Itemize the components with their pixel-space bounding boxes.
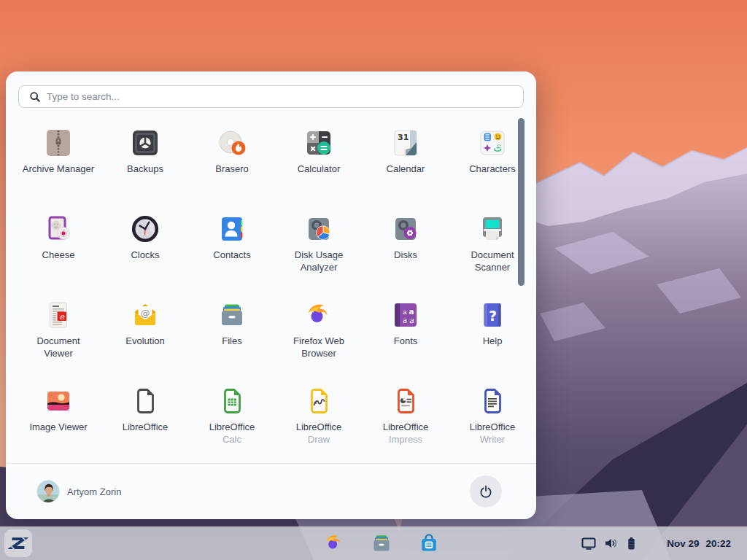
app-item-characters[interactable]: Characters	[456, 128, 516, 214]
power-icon	[479, 484, 493, 499]
app-item-fonts[interactable]: Fonts	[369, 300, 442, 386]
scrollbar-thumb[interactable]	[518, 118, 525, 286]
taskbar: Nov 29 20:22	[0, 526, 747, 560]
taskbar-app-software[interactable]	[418, 532, 440, 554]
app-label: Document Viewer	[22, 335, 95, 359]
app-launcher-panel: Archive ManagerBackupsBraseroCalculatorC…	[6, 71, 536, 519]
volume-icon	[604, 537, 619, 549]
help-icon	[478, 300, 507, 330]
app-label: Evolution	[125, 335, 164, 347]
app-item-brasero[interactable]: Brasero	[196, 128, 268, 214]
backups-icon	[131, 128, 160, 158]
app-label: Fonts	[394, 335, 418, 347]
clocks-icon	[131, 214, 160, 244]
app-item-libreoffice-writer[interactable]: LibreOfficeWriter	[456, 386, 516, 463]
app-label: Clocks	[131, 249, 159, 261]
disk-usage-analyzer-icon	[304, 214, 333, 244]
calendar-icon	[391, 128, 420, 158]
app-item-cheese[interactable]: Cheese	[22, 214, 95, 300]
app-sublabel: Draw	[296, 433, 342, 446]
taskbar-app-firefox[interactable]	[323, 532, 345, 554]
app-label: Characters	[469, 163, 516, 175]
app-item-libreoffice-impress[interactable]: LibreOfficeImpress	[369, 386, 442, 463]
system-tray: Nov 29 20:22	[573, 526, 731, 560]
libreoffice-writer-icon	[478, 386, 507, 416]
search-input[interactable]	[47, 91, 516, 102]
calculator-icon	[304, 128, 333, 158]
app-item-backups[interactable]: Backups	[109, 128, 182, 214]
cheese-icon	[44, 214, 73, 244]
app-sublabel: Impress	[383, 433, 429, 446]
app-label: Disk Usage Analyzer	[282, 249, 355, 273]
app-item-firefox[interactable]: Firefox Web Browser	[282, 300, 355, 386]
document-viewer-icon	[44, 300, 73, 330]
app-label: Backups	[127, 163, 163, 175]
app-item-document-scanner[interactable]: Document Scanner	[456, 214, 516, 300]
app-grid: Archive ManagerBackupsBraseroCalculatorC…	[6, 115, 516, 463]
app-item-files[interactable]: Files	[196, 300, 268, 386]
tray-display-button[interactable]	[581, 537, 596, 550]
firefox-icon	[304, 300, 333, 330]
archive-manager-icon	[44, 128, 73, 158]
evolution-icon	[131, 300, 160, 330]
app-label: Calendar	[387, 163, 425, 175]
user-name: Artyom Zorin	[67, 486, 121, 497]
app-sublabel: Calc	[209, 433, 255, 446]
search-icon	[29, 91, 41, 103]
app-item-libreoffice[interactable]: LibreOffice	[109, 386, 182, 463]
avatar	[36, 480, 60, 503]
software-icon	[418, 532, 440, 554]
power-button[interactable]	[470, 475, 502, 508]
app-label: Files	[222, 335, 241, 347]
app-label: LibreOffice	[123, 421, 169, 433]
files-icon	[371, 532, 392, 554]
app-label: Image Viewer	[29, 421, 87, 433]
app-item-evolution[interactable]: Evolution	[109, 300, 182, 386]
battery-icon	[627, 537, 636, 551]
app-item-archive-manager[interactable]: Archive Manager	[22, 128, 95, 214]
app-label: Firefox Web Browser	[282, 335, 355, 359]
app-item-disks[interactable]: Disks	[369, 214, 442, 300]
app-label: Document Scanner	[456, 249, 516, 273]
taskbar-clock[interactable]: Nov 29 20:22	[667, 538, 731, 549]
user-row: Artyom Zorin	[6, 463, 536, 519]
tray-battery-button[interactable]	[627, 537, 636, 551]
app-label: LibreOfficeImpress	[383, 421, 429, 446]
app-sublabel: Writer	[470, 433, 516, 446]
app-item-libreoffice-draw[interactable]: LibreOfficeDraw	[282, 386, 355, 463]
zorin-menu-button[interactable]	[4, 529, 32, 557]
brasero-icon	[217, 128, 247, 158]
image-viewer-icon	[44, 386, 73, 416]
app-label: Contacts	[213, 249, 250, 261]
libreoffice-calc-icon	[217, 386, 247, 416]
app-label: Archive Manager	[23, 163, 94, 175]
app-item-contacts[interactable]: Contacts	[196, 214, 268, 300]
display-icon	[581, 537, 596, 550]
app-label: LibreOfficeCalc	[209, 421, 255, 446]
taskbar-app-files[interactable]	[371, 532, 392, 554]
app-item-help[interactable]: Help	[456, 300, 516, 386]
search-bar[interactable]	[18, 85, 524, 108]
app-item-libreoffice-calc[interactable]: LibreOfficeCalc	[196, 386, 268, 463]
clock-time: 20:22	[705, 538, 731, 549]
app-label: Disks	[394, 249, 417, 261]
app-item-calendar[interactable]: Calendar	[369, 128, 442, 214]
fonts-icon	[391, 300, 420, 330]
app-item-document-viewer[interactable]: Document Viewer	[22, 300, 95, 386]
firefox-icon	[323, 532, 345, 554]
files-icon	[217, 300, 247, 330]
app-item-image-viewer[interactable]: Image Viewer	[22, 386, 95, 463]
libreoffice-icon	[131, 386, 160, 416]
document-scanner-icon	[478, 214, 507, 244]
clock-date: Nov 29	[667, 538, 699, 549]
tray-volume-button[interactable]	[604, 537, 619, 549]
app-label: Calculator	[298, 163, 341, 175]
app-label: Cheese	[42, 249, 75, 261]
app-label: LibreOfficeWriter	[470, 421, 516, 446]
app-item-disk-usage-analyzer[interactable]: Disk Usage Analyzer	[282, 214, 355, 300]
zorin-logo-icon	[8, 533, 28, 553]
app-item-clocks[interactable]: Clocks	[109, 214, 182, 300]
disks-icon	[391, 214, 420, 244]
characters-icon	[478, 128, 507, 158]
app-item-calculator[interactable]: Calculator	[282, 128, 355, 214]
